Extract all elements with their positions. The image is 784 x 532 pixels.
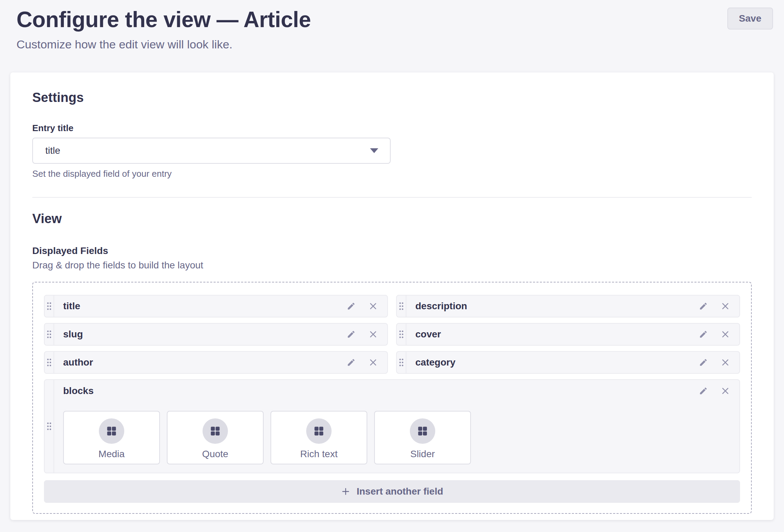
remove-field-button[interactable] [369, 330, 378, 339]
field-row: author [44, 351, 388, 374]
edit-field-button[interactable] [347, 302, 356, 311]
close-icon [721, 358, 730, 367]
field-row: category [396, 351, 740, 374]
edit-pencil-icon [347, 302, 356, 311]
page-header-text: Configure the view — Article Customize h… [16, 7, 311, 51]
component-field-head: blocks [54, 380, 739, 402]
field-row: cover [396, 323, 740, 346]
component-field-body: blocks Media [54, 380, 739, 473]
entry-title-hint: Set the displayed field of your entry [32, 169, 752, 179]
component-icon-circle [99, 418, 124, 444]
displayed-fields-hint: Drag & drop the fields to build the layo… [32, 260, 752, 271]
component-cards: Media Quote Rich text [54, 402, 739, 473]
close-icon [721, 330, 730, 339]
displayed-fields-label: Displayed Fields [32, 245, 752, 256]
component-card-label: Media [99, 449, 125, 460]
field-row: slug [44, 323, 388, 346]
component-card-label: Quote [202, 449, 228, 460]
field-label: category [406, 352, 699, 373]
remove-field-button[interactable] [721, 358, 730, 367]
close-icon [721, 386, 730, 395]
drag-handle-icon [399, 330, 404, 338]
plus-icon [341, 487, 350, 496]
component-card-label: Rich text [300, 449, 338, 460]
close-icon [369, 330, 378, 339]
drag-handle-icon [399, 358, 404, 367]
drag-handle-icon [47, 358, 51, 367]
page-title: Configure the view — Article [16, 7, 311, 32]
close-icon [369, 358, 378, 367]
drag-handle[interactable] [397, 324, 406, 345]
view-heading: View [32, 211, 752, 226]
save-button[interactable]: Save [727, 8, 773, 30]
insert-another-field-label: Insert another field [357, 486, 443, 497]
component-grid-icon [313, 425, 325, 437]
edit-pencil-icon [347, 358, 356, 367]
entry-title-label: Entry title [32, 123, 752, 134]
drag-handle[interactable] [397, 296, 406, 317]
component-grid-icon [105, 425, 118, 437]
edit-pencil-icon [699, 358, 708, 367]
chevron-down-icon [370, 148, 378, 153]
layout-drop-zone: title description slug [32, 282, 752, 514]
component-field-row: blocks Media [44, 379, 740, 473]
field-row: description [396, 295, 740, 317]
edit-field-button[interactable] [347, 330, 356, 339]
edit-field-button[interactable] [699, 386, 708, 395]
remove-field-button[interactable] [369, 358, 378, 367]
content-card: Settings Entry title title Set the displ… [10, 72, 774, 520]
settings-heading: Settings [32, 90, 752, 105]
component-icon-circle [410, 418, 435, 444]
component-icon-circle [203, 418, 228, 444]
component-grid-icon [416, 425, 429, 437]
field-label: description [406, 296, 699, 317]
drag-handle[interactable] [397, 352, 406, 373]
edit-pencil-icon [699, 330, 708, 339]
edit-field-button[interactable] [347, 358, 356, 367]
remove-field-button[interactable] [369, 302, 378, 311]
field-label: slug [54, 324, 347, 345]
fields-grid: title description slug [44, 295, 740, 374]
edit-field-button[interactable] [699, 330, 708, 339]
component-card[interactable]: Media [63, 411, 160, 464]
edit-field-button[interactable] [699, 358, 708, 367]
field-label: cover [406, 324, 699, 345]
edit-pencil-icon [699, 386, 708, 395]
component-card[interactable]: Slider [374, 411, 471, 464]
component-grid-icon [209, 425, 221, 437]
remove-field-button[interactable] [721, 330, 730, 339]
edit-pencil-icon [347, 330, 356, 339]
component-card[interactable]: Quote [167, 411, 264, 464]
close-icon [369, 302, 378, 311]
drag-handle[interactable] [45, 380, 54, 473]
remove-field-button[interactable] [721, 386, 730, 395]
drag-handle[interactable] [45, 352, 54, 373]
field-label: title [54, 296, 347, 317]
drag-handle[interactable] [45, 296, 54, 317]
edit-field-button[interactable] [699, 302, 708, 311]
field-label: author [54, 352, 347, 373]
remove-field-button[interactable] [721, 302, 730, 311]
drag-handle-icon [399, 302, 404, 310]
component-icon-circle [306, 418, 332, 444]
entry-title-select[interactable]: title [32, 138, 391, 164]
component-card-label: Slider [410, 449, 435, 460]
field-row: title [44, 295, 388, 317]
drag-handle-icon [47, 422, 51, 430]
edit-pencil-icon [699, 302, 708, 311]
section-divider [32, 197, 752, 198]
close-icon [721, 302, 730, 311]
component-card[interactable]: Rich text [270, 411, 367, 464]
field-label: blocks [54, 385, 699, 396]
drag-handle-icon [47, 302, 51, 310]
drag-handle-icon [47, 330, 51, 338]
entry-title-select-value: title [45, 145, 60, 156]
page-header: Configure the view — Article Customize h… [0, 0, 784, 51]
drag-handle[interactable] [45, 324, 54, 345]
insert-another-field-button[interactable]: Insert another field [44, 480, 740, 503]
page-subtitle: Customize how the edit view will look li… [16, 38, 311, 51]
